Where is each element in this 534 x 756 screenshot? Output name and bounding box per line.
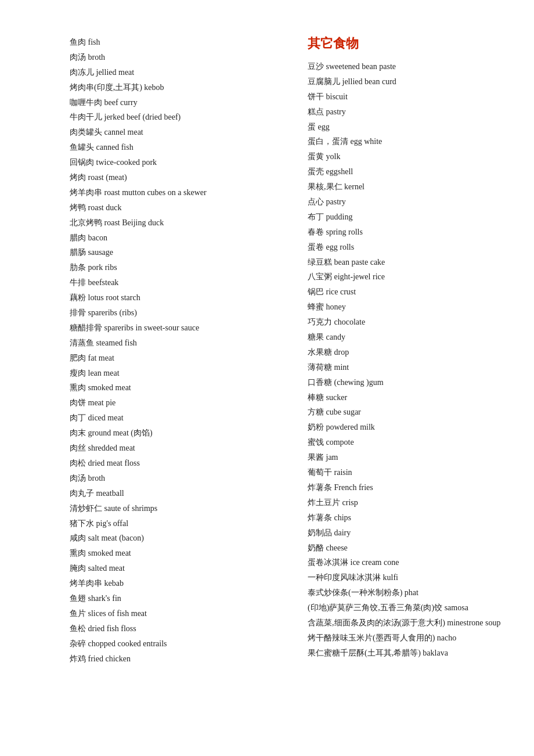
list-item: 腊肠 sausage bbox=[70, 245, 284, 260]
list-item: 瘦肉 lean meat bbox=[70, 366, 284, 381]
list-item: 一种印度风味冰淇淋 kulfi bbox=[308, 570, 500, 585]
list-item: 肉汤 broth bbox=[70, 471, 284, 486]
list-item: 肉汤 broth bbox=[70, 50, 284, 65]
list-item: 绿豆糕 bean paste cake bbox=[308, 255, 500, 270]
list-item: 咖喱牛肉 beef curry bbox=[70, 95, 284, 110]
list-item: 肉饼 meat pie bbox=[70, 395, 284, 411]
main-content: 鱼肉 fish肉汤 broth肉冻儿 jellied meat烤肉串(印度,土耳… bbox=[70, 35, 488, 666]
list-item: 猪下水 pig's offal bbox=[70, 516, 284, 531]
list-item: 鱼片 slices of fish meat bbox=[70, 606, 284, 621]
list-item: 果酱 jam bbox=[308, 450, 500, 465]
list-item: 棒糖 sucker bbox=[308, 390, 500, 405]
list-item: 熏肉 smoked meat bbox=[70, 380, 284, 395]
list-item: 肋条 pork ribs bbox=[70, 260, 284, 275]
list-item: 炸薯条 French fries bbox=[308, 480, 500, 495]
list-item: 奶酪 cheese bbox=[308, 541, 500, 556]
list-item: 豆沙 sweetened bean paste bbox=[308, 59, 500, 74]
list-item: 北京烤鸭 roast Beijing duck bbox=[70, 215, 284, 231]
list-item: 牛排 beefsteak bbox=[70, 275, 284, 290]
list-item: 果仁蜜糖千层酥(土耳其,希腊等) baklava bbox=[308, 646, 500, 661]
list-item: 蛋黄 yolk bbox=[308, 149, 500, 164]
list-item: 肉类罐头 cannel meat bbox=[70, 125, 284, 140]
list-item: 咸肉 salt meat (bacon) bbox=[70, 531, 284, 546]
list-item: 蛋白，蛋清 egg white bbox=[308, 134, 500, 149]
list-item: 豆腐脑儿 jellied bean curd bbox=[308, 74, 500, 89]
list-item: 八宝粥 eight-jewel rice bbox=[308, 269, 500, 285]
list-item: 排骨 spareribs (ribs) bbox=[70, 305, 284, 321]
list-item: 奶粉 powdered milk bbox=[308, 420, 500, 435]
section-title: 其它食物 bbox=[308, 35, 500, 52]
list-item: 肥肉 fat meat bbox=[70, 351, 284, 366]
list-item: 鱼肉 fish bbox=[70, 35, 284, 50]
right-column: 其它食物豆沙 sweetened bean paste豆腐脑儿 jellied … bbox=[308, 35, 500, 661]
list-item: 炸鸡 fried chicken bbox=[70, 651, 284, 667]
list-item: 方糖 cube sugar bbox=[308, 405, 500, 420]
list-item: 清蒸鱼 steamed fish bbox=[70, 336, 284, 351]
list-item: 蛋卷冰淇淋 ice cream cone bbox=[308, 555, 500, 570]
list-item: 藕粉 lotus root starch bbox=[70, 290, 284, 305]
list-item: 鱼松 dried fish floss bbox=[70, 621, 284, 636]
list-item: 肉丝 shredded meat bbox=[70, 441, 284, 456]
list-item: 水果糖 drop bbox=[308, 345, 500, 360]
list-item: 回锅肉 twice-cooked pork bbox=[70, 155, 284, 170]
list-item: 清炒虾仁 saute of shrimps bbox=[70, 501, 284, 516]
list-item: (印地)萨莫萨三角饺,五香三角菜(肉)饺 samosa bbox=[308, 600, 500, 615]
list-item: 熏肉 smoked meat bbox=[70, 546, 284, 561]
list-item: 薄荷糖 mint bbox=[308, 360, 500, 375]
list-item: 蜜饯 compote bbox=[308, 435, 500, 450]
list-item: 烤肉串(印度,土耳其) kebob bbox=[70, 80, 284, 95]
list-item: 牛肉干儿 jerked beef (dried beef) bbox=[70, 110, 284, 125]
list-item: 饼干 biscuit bbox=[308, 89, 500, 105]
left-column: 鱼肉 fish肉汤 broth肉冻儿 jellied meat烤肉串(印度,土耳… bbox=[70, 35, 284, 666]
list-item: 泰式炒倈条(一种米制粉条) phat bbox=[308, 585, 500, 600]
list-item: 蛋 egg bbox=[308, 120, 500, 135]
list-item: 鱼罐头 canned fish bbox=[70, 140, 284, 155]
list-item: 锅巴 rice crust bbox=[308, 285, 500, 300]
list-item: 烤干酪辣味玉米片(墨西哥人食用的) nacho bbox=[308, 631, 500, 646]
list-item: 腌肉 salted meat bbox=[70, 561, 284, 576]
list-item: 肉冻儿 jellied meat bbox=[70, 65, 284, 80]
list-item: 果核,果仁 kernel bbox=[308, 179, 500, 195]
list-item: 葡萄干 raisin bbox=[308, 465, 500, 480]
list-item: 含蔬菜,细面条及肉的浓汤(源于意大利) minestrone soup bbox=[308, 615, 500, 631]
list-item: 肉丁 diced meat bbox=[70, 411, 284, 426]
list-item: 口香糖 (chewing )gum bbox=[308, 375, 500, 390]
list-item: 烤羊肉串 kebab bbox=[70, 576, 284, 591]
list-item: 糖果 candy bbox=[308, 330, 500, 345]
list-item: 春卷 spring rolls bbox=[308, 225, 500, 240]
list-item: 肉松 dried meat floss bbox=[70, 456, 284, 471]
list-item: 烤羊肉串 roast mutton cubes on a skewer bbox=[70, 185, 284, 200]
list-item: 布丁 pudding bbox=[308, 210, 500, 225]
list-item: 杂碎 chopped cooked entrails bbox=[70, 636, 284, 651]
list-item: 蛋壳 eggshell bbox=[308, 164, 500, 179]
list-item: 蜂蜜 honey bbox=[308, 300, 500, 315]
list-item: 糕点 pastry bbox=[308, 105, 500, 120]
list-item: 肉丸子 meatball bbox=[70, 486, 284, 501]
list-item: 腊肉 bacon bbox=[70, 231, 284, 246]
list-item: 炸土豆片 crisp bbox=[308, 495, 500, 510]
list-item: 糖醋排骨 spareribs in sweet-sour sauce bbox=[70, 321, 284, 336]
list-item: 烤肉 roast (meat) bbox=[70, 170, 284, 185]
list-item: 炸薯条 chips bbox=[308, 510, 500, 525]
list-item: 烤鸭 roast duck bbox=[70, 200, 284, 215]
list-item: 蛋卷 egg rolls bbox=[308, 240, 500, 255]
list-item: 点心 pastry bbox=[308, 195, 500, 210]
list-item: 鱼翅 shark's fin bbox=[70, 591, 284, 606]
list-item: 肉末 ground meat (肉馅) bbox=[70, 426, 284, 441]
list-item: 奶制品 dairy bbox=[308, 525, 500, 541]
list-item: 巧克力 chocolate bbox=[308, 315, 500, 330]
